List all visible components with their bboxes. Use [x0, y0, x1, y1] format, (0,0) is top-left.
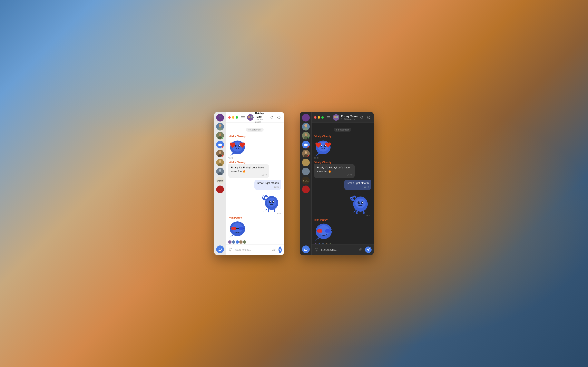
messages-area-light[interactable]: 8 September Vitaliy Cherniy: [226, 123, 284, 244]
message-text-outgoing-dark: Great! I get off at 6 16:40: [314, 180, 371, 190]
svg-point-91: [325, 145, 326, 146]
sidebar-dark-4[interactable]: 1: [302, 141, 310, 149]
input-bar-light: [226, 244, 284, 255]
sticker-dance-light: [261, 192, 281, 212]
sidebar-dark-5[interactable]: 1: [302, 150, 310, 157]
sidebar-light: 🎵 1: [214, 112, 226, 255]
svg-point-61: [304, 124, 307, 127]
message-text-outgoing-light: Great! I get off at 6 16:40: [228, 180, 281, 190]
svg-point-97: [362, 202, 363, 203]
sidebar-item-5[interactable]: 1: [216, 150, 224, 157]
sidebar-dark: 1 1 English: [300, 112, 311, 255]
sidebar-item-7[interactable]: [216, 167, 224, 175]
compose-button-dark[interactable]: [302, 245, 310, 253]
titlebar-dark: Friday Team 3 of 6 is online: [311, 112, 374, 123]
svg-point-43: [273, 201, 274, 202]
svg-point-13: [219, 160, 221, 163]
svg-rect-102: [317, 229, 322, 233]
menu-icon-dark[interactable]: [326, 115, 331, 120]
message-sticker-dance-dark: 16:40: [314, 192, 371, 217]
send-button-light[interactable]: [278, 247, 282, 253]
svg-line-46: [263, 195, 263, 196]
svg-text:English: English: [217, 180, 223, 182]
sender-name-2-light: Vitaliy Cherniy: [228, 161, 281, 164]
sidebar-item-1[interactable]: 🎵: [216, 114, 224, 122]
sticker-dance-dark: [349, 192, 371, 214]
bubble-incoming-light: Finally it's Friday! Let's have some fun…: [228, 164, 269, 178]
badge-num-4: 1: [222, 146, 224, 149]
minimize-button[interactable]: [232, 116, 234, 119]
sidebar-dark-9[interactable]: [302, 185, 310, 193]
svg-point-10: [219, 151, 221, 154]
close-button[interactable]: [228, 116, 231, 119]
sender-name-ivan-dark: Ivan Petrov: [314, 218, 328, 221]
titlebar-actions-light: [269, 115, 281, 120]
badge-num-5: 1: [222, 155, 224, 157]
svg-point-90: [321, 145, 322, 146]
sender-name-ivan-light: Ivan Petrov: [228, 216, 242, 219]
messages-area-dark[interactable]: 8 September Vitaliy Cherniy: [311, 123, 374, 244]
minimize-button-dark[interactable]: [318, 116, 320, 119]
svg-point-16: [219, 169, 221, 172]
sidebar-dark-1[interactable]: [302, 114, 310, 122]
svg-point-36: [236, 145, 236, 146]
sidebar-dark-2[interactable]: [302, 123, 310, 131]
svg-point-39: [267, 198, 276, 207]
sticker-heart-light: [228, 138, 247, 157]
compose-button-light[interactable]: [216, 245, 224, 253]
close-button-dark[interactable]: [314, 116, 316, 119]
online-badge-3: [222, 137, 224, 140]
sticker-glasses-dark: [314, 222, 333, 241]
sidebar-item-9[interactable]: [216, 185, 224, 193]
sender-name-1-light: Vitaliy Cherniy: [228, 135, 246, 138]
svg-point-74: [302, 185, 310, 193]
badge-num-dark-4: 1: [307, 146, 310, 149]
chat-main-light: Friday Team 3 of 6 is online 8 September: [226, 112, 284, 255]
sender-name-1-dark: Vitaliy Cherniy: [314, 135, 331, 138]
sidebar-dark-7[interactable]: [302, 167, 310, 175]
group-status-dark: 3 of 6 is online: [341, 118, 358, 120]
maximize-button[interactable]: [236, 116, 238, 119]
menu-icon[interactable]: [241, 115, 245, 120]
group-name-light: Friday Team: [255, 112, 268, 118]
svg-point-70: [302, 159, 310, 166]
send-button-dark[interactable]: [365, 247, 372, 253]
sidebar-item-3[interactable]: [216, 132, 224, 140]
sidebar-dark-3[interactable]: [302, 132, 310, 140]
maximize-button-dark[interactable]: [321, 116, 324, 119]
svg-line-98: [351, 196, 353, 197]
group-avatar-light: [247, 114, 254, 121]
msg-time-1-light: 16:40: [228, 157, 233, 159]
svg-rect-50: [239, 227, 243, 230]
svg-point-59: [302, 114, 310, 122]
sticker-glasses-light: [228, 220, 247, 238]
message-input-light[interactable]: [235, 248, 269, 251]
info-button-dark[interactable]: [366, 115, 371, 120]
group-name-dark: Friday Team: [341, 115, 358, 118]
titlebar-actions-dark: [359, 115, 371, 120]
info-button-light[interactable]: [277, 115, 281, 120]
svg-point-93: [355, 198, 366, 208]
svg-point-107: [315, 248, 318, 251]
emoji-button-light[interactable]: [228, 247, 233, 253]
search-button-dark[interactable]: [359, 115, 364, 120]
svg-point-27: [271, 116, 273, 118]
sidebar-item-6[interactable]: [216, 159, 224, 166]
emoji-button-dark[interactable]: [314, 247, 319, 253]
svg-point-68: [305, 151, 307, 154]
attach-button-dark[interactable]: [358, 247, 363, 253]
traffic-lights-light: [228, 116, 238, 119]
message-sticker-glasses-light: Ivan Petrov: [228, 216, 281, 238]
sidebar-dark-8[interactable]: English: [302, 176, 310, 184]
sidebar-item-4[interactable]: 1: [216, 141, 224, 149]
message-input-dark[interactable]: [321, 248, 356, 251]
svg-point-96: [359, 202, 360, 203]
sidebar-dark-6[interactable]: [302, 159, 310, 166]
svg-point-41: [272, 200, 274, 203]
sidebar-item-2[interactable]: [216, 123, 224, 131]
search-button-light[interactable]: [269, 115, 274, 120]
sidebar-item-8[interactable]: English: [216, 176, 224, 184]
attach-button-light[interactable]: [271, 247, 277, 253]
svg-line-28: [273, 118, 273, 119]
svg-point-78: [333, 114, 339, 121]
